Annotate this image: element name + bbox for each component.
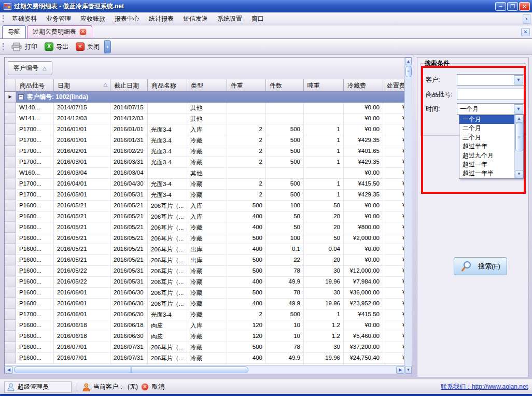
row-selector[interactable]: [5, 179, 16, 189]
close-button-icon[interactable]: ✕: [519, 2, 530, 11]
table-row[interactable]: P1600...2016/05/212016/05/21206耳片（...入库5…: [5, 201, 404, 211]
maximize-button-icon[interactable]: ❐: [507, 2, 518, 11]
menu-item[interactable]: 应收账款: [76, 12, 110, 25]
table-row[interactable]: P1700...2016/05/012016/05/31光面3-4冷藏25001…: [5, 190, 404, 201]
table-row[interactable]: P1700...2016/06/012016/06/30光面3-4冷藏25001…: [5, 309, 404, 320]
customer-dropdown-icon[interactable]: ▼: [514, 75, 523, 84]
column-header[interactable]: 商品名称: [148, 79, 187, 91]
minimize-button-icon[interactable]: ─: [495, 2, 506, 11]
column-header[interactable]: 截止日期: [110, 79, 148, 91]
table-row[interactable]: P1600...2016/06/182016/06/18肉皮入库120101.2…: [5, 320, 404, 331]
column-header[interactable]: 件数: [266, 79, 304, 91]
print-button[interactable]: 打印: [7, 41, 41, 53]
row-selector[interactable]: [5, 211, 16, 222]
row-selector[interactable]: [5, 266, 16, 276]
time-option[interactable]: 超过半年: [459, 142, 514, 151]
menu-item[interactable]: 统计报表: [144, 12, 178, 25]
table-row[interactable]: P1700...2016/03/012016/03/31光面3-4冷藏25001…: [5, 157, 404, 168]
toolbar-overflow-icon[interactable]: ›: [104, 40, 111, 53]
table-row[interactable]: P1600...2016/05/212016/05/21206耳片（...出库5…: [5, 255, 404, 266]
time-option[interactable]: 超过一年半: [459, 169, 514, 178]
dropdown-scroll-down-icon[interactable]: ▼: [515, 170, 523, 178]
row-selector[interactable]: [5, 320, 16, 331]
vertical-scroll-thumb[interactable]: ≡: [405, 66, 412, 77]
table-row[interactable]: P1600...2016/06/012016/06/30206耳片（...冷藏5…: [5, 288, 404, 299]
table-row[interactable]: P1600...2016/05/222016/05/31206耳片（...冷藏4…: [5, 277, 404, 288]
row-selector[interactable]: [5, 244, 16, 254]
time-option[interactable]: 超过九个月: [459, 151, 514, 160]
menu-overflow-icon[interactable]: ›: [523, 14, 530, 24]
scroll-right-icon[interactable]: ▶: [396, 366, 404, 374]
contact-link[interactable]: 联系我们：http://www.aolan.net: [441, 383, 528, 391]
dropdown-scroll-thumb[interactable]: ≡: [515, 123, 523, 151]
cancel-label[interactable]: 取消: [152, 383, 164, 391]
table-row[interactable]: W141...2014/12/032014/12/03其他¥0.00¥: [5, 114, 404, 124]
column-header[interactable]: 件重: [227, 79, 266, 91]
row-selector[interactable]: [5, 331, 16, 342]
customer-combobox[interactable]: ▼: [457, 74, 524, 86]
time-dropdown-icon[interactable]: ▼: [514, 104, 523, 114]
time-option[interactable]: 超过一年: [459, 160, 514, 169]
tab-overdue-report[interactable]: 过期欠费明细表 ✕: [27, 25, 92, 38]
menu-item[interactable]: 系统设置: [213, 12, 247, 25]
row-selector[interactable]: [5, 277, 16, 287]
table-row[interactable]: P1600...2016/07/012016/07/31206耳片（...冷藏4…: [5, 353, 404, 364]
menu-item[interactable]: 业务管理: [41, 12, 76, 25]
row-selector[interactable]: [5, 222, 16, 233]
scroll-left-icon[interactable]: ◀: [5, 366, 13, 374]
column-header[interactable]: 日期△: [54, 79, 110, 91]
table-row[interactable]: P1700...2016/01/012016/01/31光面3-4冷藏25001…: [5, 135, 404, 146]
row-selector[interactable]: [5, 146, 16, 157]
tabstrip-close-icon[interactable]: ✕: [521, 28, 530, 36]
row-selector[interactable]: [5, 168, 16, 178]
column-header[interactable]: 冷藏费: [344, 79, 383, 91]
row-selector[interactable]: [5, 201, 16, 211]
row-selector[interactable]: [5, 299, 16, 309]
menu-item[interactable]: 短信发送: [178, 12, 213, 25]
search-button[interactable]: 搜索(F): [454, 257, 507, 275]
row-selector[interactable]: [5, 103, 16, 113]
table-row[interactable]: P1600...2016/05/212016/05/21206耳片（...入库4…: [5, 211, 404, 222]
table-row[interactable]: P1600...2016/05/222016/05/31206耳片（...冷藏5…: [5, 266, 404, 277]
row-selector[interactable]: [5, 233, 16, 244]
row-selector[interactable]: [5, 342, 16, 352]
column-header[interactable]: 类型: [187, 79, 227, 91]
horizontal-scrollbar[interactable]: ◀ ▶: [5, 365, 404, 374]
table-row[interactable]: P1600...2016/05/212016/05/21206耳片（...出库4…: [5, 244, 404, 255]
table-row[interactable]: P1600...2016/07/012016/07/31206耳片（...冷藏5…: [5, 342, 404, 353]
table-row[interactable]: W140...2014/07/152014/07/15其他¥0.00¥: [5, 103, 404, 114]
menu-item[interactable]: 报表中心: [110, 12, 144, 25]
row-selector[interactable]: [5, 309, 16, 320]
row-selector[interactable]: [5, 190, 16, 200]
dropdown-scroll-up-icon[interactable]: ▲: [515, 115, 523, 123]
vertical-scrollbar[interactable]: ▲ ≡ ▼: [404, 58, 412, 374]
column-header[interactable]: 处置费: [383, 79, 404, 91]
batch-input[interactable]: [457, 89, 524, 100]
row-selector[interactable]: [5, 288, 16, 298]
menu-item[interactable]: 基础资料: [7, 12, 41, 25]
group-row[interactable]: ▶ − 客户编号: 1002(linda): [5, 92, 404, 103]
menu-item[interactable]: 窗口: [247, 12, 269, 25]
cancel-icon[interactable]: ✕: [141, 383, 149, 391]
table-row[interactable]: P1600...2016/05/212016/05/21206耳片（...冷藏4…: [5, 222, 404, 233]
export-button[interactable]: X 导出: [41, 41, 72, 53]
column-header[interactable]: 商品批号: [16, 79, 54, 91]
time-option[interactable]: 一个月: [459, 115, 514, 124]
table-row[interactable]: P1700...2016/04/012016/04/30光面3-4冷藏25001…: [5, 179, 404, 190]
row-selector[interactable]: [5, 353, 16, 363]
scroll-up-icon[interactable]: ▲: [405, 58, 412, 65]
table-row[interactable]: P1600...2016/06/012016/06/30206耳片（...冷藏4…: [5, 299, 404, 309]
time-combobox[interactable]: 一个月 ▼: [457, 103, 524, 115]
row-selector[interactable]: [5, 135, 16, 146]
time-option[interactable]: 三个月: [459, 133, 514, 142]
collapse-group-icon[interactable]: −: [18, 94, 24, 100]
table-row[interactable]: W160...2016/03/042016/03/04其他¥0.00¥: [5, 168, 404, 179]
row-selector[interactable]: [5, 114, 16, 124]
close-tab-button[interactable]: ✕ 关闭: [72, 41, 103, 53]
group-by-customer-button[interactable]: 客户编号 △: [8, 61, 52, 75]
column-header[interactable]: 吨重: [304, 79, 344, 91]
dropdown-scrollbar[interactable]: ▲ ≡ ▼: [514, 115, 523, 178]
row-selector[interactable]: [5, 157, 16, 167]
time-option[interactable]: 二个月: [459, 124, 514, 133]
row-selector[interactable]: [5, 124, 16, 135]
